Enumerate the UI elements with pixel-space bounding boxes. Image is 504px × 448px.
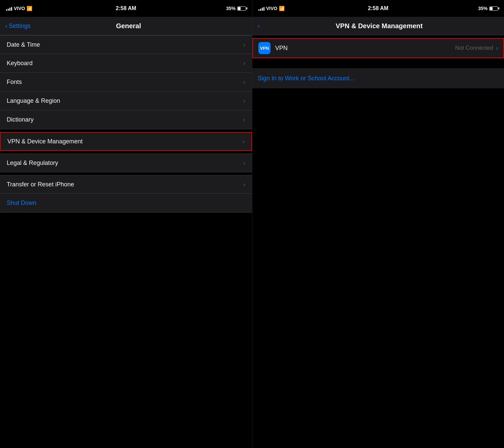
menu-item-language-region[interactable]: Language & Region › [0, 92, 252, 110]
right-status-left: VIVO 📶 [258, 6, 285, 11]
right-status-right: 35% [478, 6, 498, 11]
menu-item-transfer[interactable]: Transfer or Reset iPhone › [0, 175, 252, 194]
chevron-vpn-management: › [243, 138, 245, 145]
battery-fill-right [490, 7, 493, 10]
menu-item-dictionary[interactable]: Dictionary › [0, 110, 252, 129]
vpn-section: VPN VPN Not Connected › [252, 38, 504, 58]
chevron-legal: › [243, 160, 245, 167]
menu-item-fonts[interactable]: Fonts › [0, 73, 252, 92]
wifi-icon-left: 📶 [27, 6, 32, 11]
signal-bar-r1 [258, 9, 259, 11]
left-status-right: 35% [226, 6, 246, 11]
left-panel: VIVO 📶 2:58 AM 35% ‹ Settings General Da… [0, 0, 252, 448]
legal-label: Legal & Regulatory [7, 160, 243, 167]
chevron-transfer: › [243, 181, 245, 188]
battery-icon-right [489, 6, 498, 11]
signal-bar-1 [6, 9, 7, 11]
chevron-left-icon: ‹ [5, 23, 7, 30]
signal-bar-3 [9, 8, 10, 11]
right-status-bar: VIVO 📶 2:58 AM 35% [252, 0, 504, 17]
battery-pct-right: 35% [478, 6, 488, 11]
main-menu-group: Date & Time › Keyboard › Fonts › Languag… [0, 35, 252, 129]
sign-in-label: Sign In to Work or School Account... [258, 75, 354, 82]
shutdown-label: Shut Down [7, 199, 245, 207]
carrier-right: VIVO [266, 6, 277, 11]
language-region-label: Language & Region [7, 97, 243, 104]
vpn-label: VPN [275, 45, 455, 52]
wifi-icon-right: 📶 [279, 6, 285, 11]
transfer-label: Transfer or Reset iPhone [7, 181, 243, 188]
vpn-app-icon: VPN [258, 42, 270, 54]
vpn-item[interactable]: VPN VPN Not Connected › [252, 38, 504, 58]
signal-bar-r2 [260, 9, 261, 11]
menu-item-keyboard[interactable]: Keyboard › [0, 54, 252, 73]
keyboard-label: Keyboard [7, 60, 243, 67]
battery-right [489, 6, 498, 11]
signal-bars-left [6, 6, 12, 11]
time-left: 2:58 AM [116, 5, 136, 11]
chevron-fonts: › [243, 79, 245, 86]
left-settings-content: Date & Time › Keyboard › Fonts › Languag… [0, 35, 252, 448]
signal-bar-r3 [262, 8, 263, 11]
vpn-status: Not Connected [455, 45, 493, 51]
chevron-date-time: › [243, 41, 245, 48]
right-settings-content: VPN VPN Not Connected › Sign In to Work … [252, 35, 504, 448]
chevron-language-region: › [243, 97, 245, 104]
vpn-management-label: VPN & Device Management [7, 138, 243, 145]
menu-item-vpn-management[interactable]: VPN & Device Management › [0, 132, 252, 151]
carrier-left: VIVO [14, 6, 25, 11]
fonts-label: Fonts [7, 79, 243, 86]
dictionary-label: Dictionary [7, 116, 243, 123]
left-nav-title: General [10, 22, 247, 30]
battery-left [237, 6, 246, 11]
left-status-left: VIVO 📶 [6, 6, 32, 11]
chevron-vpn: › [496, 45, 498, 52]
menu-item-date-time[interactable]: Date & Time › [0, 35, 252, 54]
right-nav-title: VPN & Device Management [260, 22, 499, 30]
transfer-group: Transfer or Reset iPhone › Shut Down [0, 175, 252, 213]
signal-bars-right [258, 6, 264, 11]
chevron-dictionary: › [243, 116, 245, 123]
right-panel: VIVO 📶 2:58 AM 35% ‹ VPN & Device Manage… [252, 0, 504, 448]
battery-fill-left [238, 7, 241, 10]
menu-item-shutdown[interactable]: Shut Down [0, 194, 252, 213]
signal-bar-2 [8, 9, 9, 11]
signal-bar-4 [11, 7, 12, 11]
menu-item-legal[interactable]: Legal & Regulatory › [0, 153, 252, 172]
date-time-label: Date & Time [7, 41, 243, 48]
legal-group: Legal & Regulatory › [0, 153, 252, 172]
left-status-bar: VIVO 📶 2:58 AM 35% [0, 0, 252, 17]
vpn-management-group: VPN & Device Management › [0, 132, 252, 151]
sign-in-section[interactable]: Sign In to Work or School Account... [252, 68, 504, 88]
battery-icon-left [237, 6, 246, 11]
time-right: 2:58 AM [368, 5, 388, 11]
signal-bar-r4 [263, 7, 264, 11]
battery-pct-left: 35% [226, 6, 236, 11]
chevron-keyboard: › [243, 60, 245, 67]
vpn-icon-text: VPN [260, 46, 269, 51]
left-nav-bar: ‹ Settings General [0, 17, 252, 35]
right-nav-bar: ‹ VPN & Device Management [252, 17, 504, 35]
